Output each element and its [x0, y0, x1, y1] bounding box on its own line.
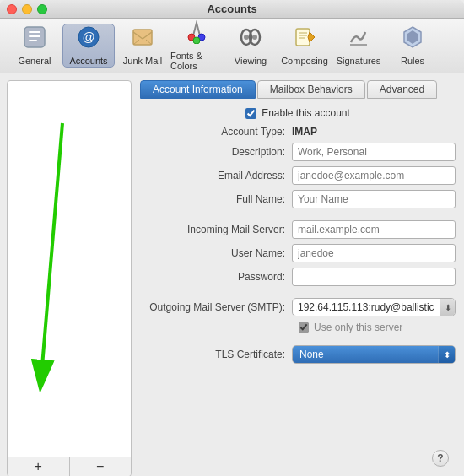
account-form: Enable this account Account Type: IMAP D…: [140, 107, 456, 446]
tls-value: None: [293, 347, 438, 362]
password-label: Password:: [140, 271, 292, 283]
main-content: + − Account Information Mailbox Behavior…: [0, 73, 464, 476]
description-label: Description:: [140, 146, 292, 158]
fonts-colors-icon: [185, 20, 208, 47]
help-area: ?: [140, 446, 456, 470]
remove-account-button[interactable]: −: [70, 457, 132, 476]
window-title: Accounts: [207, 3, 256, 15]
description-row: Description:: [140, 143, 456, 161]
toolbar-accounts-label: Accounts: [69, 56, 107, 66]
smtp-label: Outgoing Mail Server (SMTP):: [140, 301, 292, 313]
fullname-input[interactable]: [292, 190, 456, 208]
account-type-row: Account Type: IMAP: [140, 126, 456, 138]
toolbar-item-accounts[interactable]: @ Accounts: [62, 24, 115, 68]
svg-marker-24: [308, 32, 315, 42]
toolbar-item-signatures[interactable]: Signatures: [332, 24, 385, 68]
use-server-checkbox[interactable]: [299, 322, 309, 333]
toolbar-junk-label: Junk Mail: [123, 56, 162, 66]
divider2: [140, 291, 456, 298]
minimize-button[interactable]: [22, 4, 32, 14]
email-input[interactable]: [292, 166, 456, 185]
email-label: Email Address:: [140, 170, 292, 181]
description-input[interactable]: [292, 143, 456, 161]
tls-arrow-icon: ⬍: [438, 346, 455, 363]
tab-account-information[interactable]: Account Information: [140, 80, 256, 99]
account-list: [8, 81, 131, 457]
use-server-label: Use only this server: [314, 322, 402, 333]
toolbar-viewing-label: Viewing: [235, 56, 267, 66]
maximize-button[interactable]: [37, 4, 47, 14]
toolbar-signatures-label: Signatures: [337, 56, 381, 66]
svg-rect-3: [29, 40, 37, 41]
password-input[interactable]: [292, 268, 456, 286]
toolbar-fonts-label: Fonts & Colors: [170, 51, 223, 71]
viewing-icon: [239, 25, 262, 52]
composing-icon: [293, 25, 316, 52]
toolbar-general-label: General: [18, 56, 51, 66]
toolbar: General @ Accounts Junk Mail Fonts & Col…: [0, 19, 464, 73]
signatures-icon: [347, 25, 370, 52]
tls-label: TLS Certificate:: [140, 349, 292, 360]
svg-point-19: [252, 35, 257, 40]
toolbar-item-viewing[interactable]: Viewing: [224, 24, 277, 68]
add-account-button[interactable]: +: [8, 457, 70, 476]
tab-mailbox-behaviors[interactable]: Mailbox Behaviors: [257, 80, 365, 99]
sidebar-footer: + −: [8, 457, 131, 476]
toolbar-item-general[interactable]: General: [8, 24, 61, 68]
junk-mail-icon: [131, 25, 154, 52]
svg-point-14: [193, 37, 200, 44]
general-icon: [23, 25, 46, 52]
close-button[interactable]: [7, 4, 17, 14]
right-panel: Account Information Mailbox Behaviors Ad…: [132, 73, 464, 476]
tls-row: TLS Certificate: None ⬍: [140, 345, 456, 364]
password-row: Password:: [140, 268, 456, 286]
rules-icon: [401, 25, 424, 52]
title-bar: Accounts: [0, 0, 464, 19]
email-row: Email Address:: [140, 166, 456, 185]
svg-rect-1: [29, 31, 40, 33]
svg-text:@: @: [82, 30, 94, 44]
fullname-label: Full Name:: [140, 193, 292, 205]
toolbar-item-junk-mail[interactable]: Junk Mail: [116, 24, 169, 68]
svg-point-18: [244, 35, 249, 40]
username-row: User Name:: [140, 244, 456, 262]
use-server-row: Use only this server: [140, 322, 456, 333]
traffic-lights: [7, 4, 47, 14]
enable-row: Enable this account: [140, 107, 456, 119]
account-sidebar: + −: [7, 80, 132, 476]
toolbar-rules-label: Rules: [401, 56, 424, 66]
incoming-server-input[interactable]: [292, 220, 456, 239]
enable-account-checkbox[interactable]: [245, 108, 256, 119]
toolbar-item-composing[interactable]: Composing: [278, 24, 331, 68]
username-input[interactable]: [292, 244, 456, 262]
svg-rect-2: [29, 35, 40, 37]
username-label: User Name:: [140, 247, 292, 259]
tls-select[interactable]: None ⬍: [292, 345, 456, 364]
svg-line-27: [41, 123, 62, 376]
incoming-server-row: Incoming Mail Server:: [140, 220, 456, 239]
toolbar-item-rules[interactable]: Rules: [386, 24, 439, 68]
smtp-value: 192.64.115.113:rudy@ballistic: [293, 300, 440, 315]
toolbar-composing-label: Composing: [281, 56, 328, 66]
divider: [140, 214, 456, 220]
help-button[interactable]: ?: [432, 450, 449, 467]
account-type-value: IMAP: [292, 126, 317, 138]
tab-bar: Account Information Mailbox Behaviors Ad…: [140, 80, 456, 99]
smtp-arrow-icon: ⬍: [440, 299, 455, 316]
tab-advanced[interactable]: Advanced: [367, 80, 437, 99]
enable-account-label: Enable this account: [262, 107, 350, 119]
toolbar-item-fonts-colors[interactable]: Fonts & Colors: [170, 24, 223, 68]
smtp-select[interactable]: 192.64.115.113:rudy@ballistic ⬍: [292, 298, 456, 316]
incoming-server-label: Incoming Mail Server:: [140, 224, 292, 235]
smtp-row: Outgoing Mail Server (SMTP): 192.64.115.…: [140, 298, 456, 316]
fullname-row: Full Name:: [140, 190, 456, 208]
green-arrow: [20, 115, 88, 393]
account-type-label: Account Type:: [140, 126, 292, 138]
accounts-icon: @: [77, 25, 100, 52]
